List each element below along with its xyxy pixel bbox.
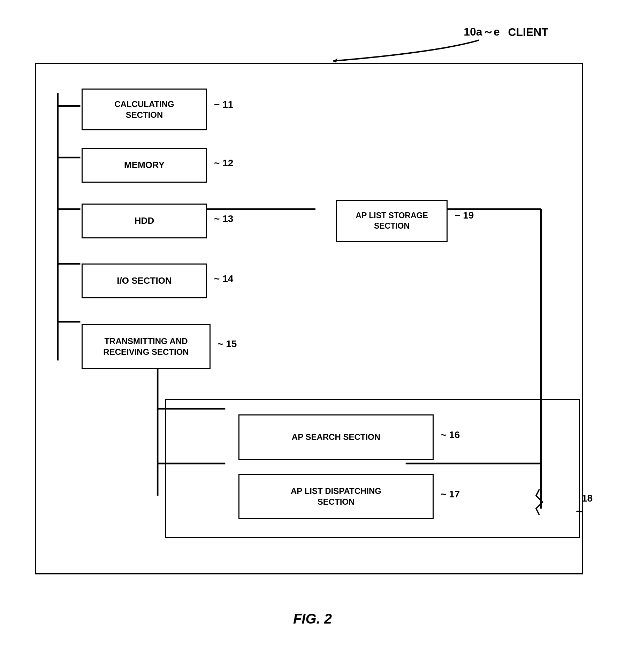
io-section-label: I/O SECTION (117, 275, 172, 287)
sub-section-box (165, 399, 580, 538)
txrx-box: TRANSMITTING ANDRECEIVING SECTION (82, 324, 211, 369)
memory-label: MEMORY (124, 159, 165, 171)
memory-ref: ~ 12 (214, 158, 233, 169)
client-outer-box: CALCULATINGSECTION ~ 11 MEMORY ~ 12 HDD … (35, 63, 583, 574)
ap-list-storage-label: AP LIST STORAGESECTION (356, 211, 428, 231)
calculating-ref: ~ 11 (214, 99, 233, 110)
figure-caption: FIG. 2 (293, 611, 332, 627)
txrx-ref: ~ 15 (218, 338, 237, 350)
memory-box: MEMORY (82, 148, 207, 183)
top-ref-number: 10a～e (464, 24, 500, 40)
txrx-label: TRANSMITTING ANDRECEIVING SECTION (103, 336, 189, 357)
io-section-box: I/O SECTION (82, 264, 207, 298)
hdd-ref: ~ 13 (214, 213, 233, 224)
svg-marker-14 (333, 58, 337, 63)
calculating-section-label: CALCULATINGSECTION (114, 99, 174, 120)
io-ref: ~ 14 (214, 273, 233, 284)
diagram-container: 10a～eCLIENT (21, 21, 604, 630)
calculating-section-box: CALCULATINGSECTION (82, 89, 207, 130)
hdd-box: HDD (82, 204, 207, 238)
ap-list-storage-ref: ~ 19 (455, 210, 474, 221)
ref-18-tilde: ~ (576, 505, 582, 518)
ref-18-label: 18 (582, 493, 593, 504)
ap-list-storage-box: AP LIST STORAGESECTION (336, 200, 448, 242)
top-ref-client: CLIENT (508, 26, 548, 39)
hdd-label: HDD (135, 215, 154, 227)
top-label: 10a～eCLIENT (464, 24, 548, 40)
